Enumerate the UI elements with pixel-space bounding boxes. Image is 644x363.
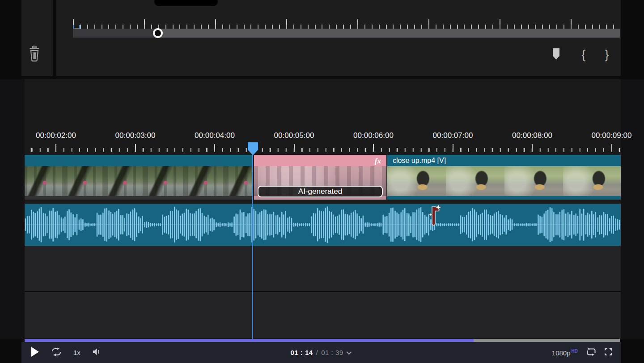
tools-panel xyxy=(21,0,53,76)
player-bar: 1x 01 : 14 / 01 : 39 1080pHD xyxy=(21,342,621,363)
play-button[interactable] xyxy=(30,346,39,359)
close-up-clip-label: close up.mp4 [V] xyxy=(393,157,446,164)
ruler-timecode-label: 00:00:07:00 xyxy=(422,131,484,140)
open-brace-icon: { xyxy=(581,48,585,62)
ruler-timecode-label: 00:00:05:00 xyxy=(263,131,326,140)
chevron-down-icon xyxy=(347,349,352,356)
loop-icon xyxy=(51,347,62,358)
close-up-clip-header: close up.mp4 [V] xyxy=(387,155,621,166)
empty-track-row-2[interactable] xyxy=(25,292,621,338)
total-duration: 01 : 39 xyxy=(321,349,343,356)
playback-speed-button[interactable]: 1x xyxy=(73,349,80,356)
mark-in-button[interactable]: { xyxy=(577,47,590,62)
close-brace-icon: } xyxy=(605,48,609,62)
trash-icon xyxy=(29,46,40,64)
ruler-timecode-label: 00:00:03:00 xyxy=(104,131,167,140)
volume-button[interactable] xyxy=(92,347,102,358)
video-clip-river-thumbnails xyxy=(25,166,253,196)
window-tab-notch xyxy=(154,0,218,6)
playhead-handle[interactable] xyxy=(248,142,258,155)
video-clip-ai-generated[interactable]: fx AI-generated xyxy=(254,155,386,200)
close-up-clip-footer xyxy=(387,196,621,200)
ai-clip-header: fx xyxy=(254,155,386,166)
speaker-icon xyxy=(92,347,102,358)
mark-out-button[interactable]: } xyxy=(600,47,614,62)
video-clip-river-footer xyxy=(25,196,253,200)
audio-clip-waveform[interactable] xyxy=(25,204,621,246)
empty-track-row-1[interactable] xyxy=(25,246,621,291)
ai-generated-badge: AI-generated xyxy=(258,186,383,197)
close-up-clip-thumbnails xyxy=(387,166,621,196)
navigator-scrub-played xyxy=(73,29,158,38)
time-display[interactable]: 01 : 14 / 01 : 39 xyxy=(290,342,352,363)
canvas-size-button[interactable] xyxy=(586,348,596,358)
waveform-graphic xyxy=(25,204,621,246)
timeline-content: 00:00:02:0000:00:03:0000:00:04:0000:00:0… xyxy=(25,79,621,339)
time-separator: / xyxy=(316,349,318,356)
hd-badge: HD xyxy=(572,349,578,354)
ai-trim-cursor-icon xyxy=(426,203,443,229)
resolution-label: 1080p xyxy=(552,349,571,357)
ruler-timecode-label: 00:00:04:00 xyxy=(183,131,246,140)
loop-button[interactable] xyxy=(51,347,62,358)
playback-progress-bar[interactable] xyxy=(25,339,620,342)
video-clip-river-header xyxy=(25,155,253,166)
ruler-timecode-label: 00:00:02:00 xyxy=(25,131,87,140)
timeline-section: 00:00:02:0000:00:03:0000:00:04:0000:00:0… xyxy=(0,79,644,339)
bookmark-marker-icon xyxy=(552,48,560,62)
playhead-line xyxy=(252,152,253,339)
video-clip-close-up[interactable]: close up.mp4 [V] xyxy=(387,155,621,200)
playback-progress-fill xyxy=(25,339,474,342)
navigator-panel: { } xyxy=(56,0,621,76)
current-time: 01 : 14 xyxy=(290,349,313,356)
speed-label: 1x xyxy=(73,349,80,356)
fullscreen-icon xyxy=(604,347,613,358)
navigator-scrub-handle[interactable] xyxy=(153,28,163,38)
ruler-timecode-label: 00:00:08:00 xyxy=(501,131,564,140)
play-icon xyxy=(30,346,39,359)
trash-button[interactable] xyxy=(25,46,43,64)
navigator-ruler-minor-ticks xyxy=(73,25,620,29)
ruler-minor-ticks xyxy=(25,148,621,152)
fullscreen-button[interactable] xyxy=(604,347,613,358)
ruler-timecode-label: 00:00:09:00 xyxy=(580,131,643,140)
fx-effects-badge: fx xyxy=(375,155,381,167)
rotate-canvas-icon xyxy=(586,348,596,358)
resolution-button[interactable]: 1080pHD xyxy=(552,349,578,357)
video-clip-river[interactable] xyxy=(25,155,253,200)
add-marker-button[interactable] xyxy=(549,47,563,62)
ruler-timecode-label: 00:00:06:00 xyxy=(342,131,405,140)
